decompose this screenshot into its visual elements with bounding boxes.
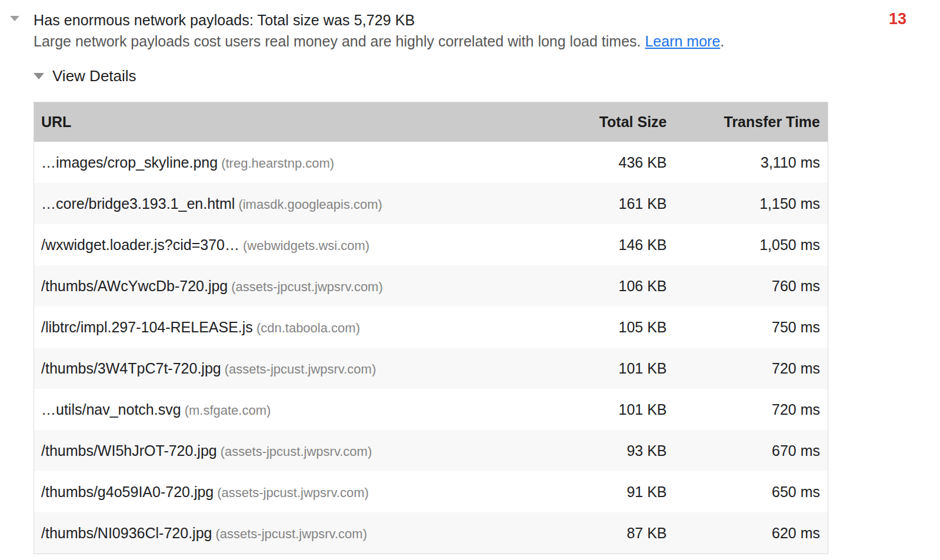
total-size-cell: 101 KB	[557, 348, 675, 389]
table-row: /wxwidget.loader.js?cid=370…(webwidgets.…	[34, 224, 828, 265]
url-path: /thumbs/3W4TpC7t-720.jpg	[41, 360, 221, 376]
url-path: /thumbs/NI0936Cl-720.jpg	[41, 525, 212, 541]
audit-description-text: Large network payloads cost users real m…	[34, 33, 641, 49]
transfer-time-cell: 720 ms	[675, 389, 828, 430]
url-path: /libtrc/impl.297-104-RELEASE.js	[41, 319, 253, 335]
view-details-label: View Details	[52, 67, 136, 85]
url-host: (m.sfgate.com)	[185, 403, 271, 418]
audit-header: Has enormous network payloads: Total siz…	[34, 9, 869, 52]
audit-description: Large network payloads cost users real m…	[34, 31, 869, 52]
network-payloads-table: URL Total Size Transfer Time …images/cro…	[34, 102, 828, 554]
view-details-toggle[interactable]: View Details	[34, 67, 136, 85]
url-host: (assets-jpcust.jwpsrv.com)	[217, 485, 369, 500]
url-cell: …core/bridge3.193.1_en.html(imasdk.googl…	[34, 183, 557, 224]
total-size-cell: 91 KB	[557, 471, 675, 512]
url-path: …images/crop_skyline.png	[41, 154, 218, 171]
url-host: (assets-jpcust.jwpsrv.com)	[221, 444, 372, 459]
collapse-audit-arrow-icon[interactable]	[10, 16, 19, 21]
table-row: …core/bridge3.193.1_en.html(imasdk.googl…	[34, 183, 828, 224]
audit-panel: 13 Has enormous network payloads: Total …	[0, 0, 940, 560]
column-header-transfer-time: Transfer Time	[675, 102, 828, 142]
url-path: /thumbs/g4o59IA0-720.jpg	[41, 484, 214, 500]
chevron-down-icon	[34, 73, 44, 79]
table-row: /libtrc/impl.297-104-RELEASE.js(cdn.tabo…	[34, 306, 828, 348]
column-header-total-size: Total Size	[557, 102, 675, 142]
transfer-time-cell: 720 ms	[675, 348, 828, 389]
transfer-time-cell: 650 ms	[675, 471, 828, 512]
url-host: (webwidgets.wsi.com)	[243, 238, 369, 253]
transfer-time-cell: 1,150 ms	[675, 183, 828, 224]
url-path: /wxwidget.loader.js?cid=370…	[41, 236, 239, 253]
url-cell: /thumbs/g4o59IA0-720.jpg(assets-jpcust.j…	[34, 471, 557, 512]
url-cell: /thumbs/AWcYwcDb-720.jpg(assets-jpcust.j…	[34, 265, 557, 306]
table-row: /thumbs/NI0936Cl-720.jpg(assets-jpcust.j…	[34, 512, 828, 554]
url-cell: /thumbs/WI5hJrOT-720.jpg(assets-jpcust.j…	[34, 430, 557, 471]
table-row: /thumbs/AWcYwcDb-720.jpg(assets-jpcust.j…	[34, 265, 828, 306]
url-host: (imasdk.googleapis.com)	[238, 197, 382, 212]
url-cell: /thumbs/NI0936Cl-720.jpg(assets-jpcust.j…	[34, 512, 557, 554]
table-row: /thumbs/WI5hJrOT-720.jpg(assets-jpcust.j…	[34, 430, 828, 471]
url-cell: …images/crop_skyline.png(treg.hearstnp.c…	[34, 142, 557, 183]
table-row: …utils/nav_notch.svg(m.sfgate.com)101 KB…	[34, 389, 828, 430]
table-row: /thumbs/g4o59IA0-720.jpg(assets-jpcust.j…	[34, 471, 828, 512]
table-row: …images/crop_skyline.png(treg.hearstnp.c…	[34, 142, 828, 183]
total-size-cell: 161 KB	[557, 183, 675, 224]
transfer-time-cell: 750 ms	[675, 306, 828, 348]
total-size-cell: 105 KB	[557, 306, 675, 348]
url-host: (assets-jpcust.jwpsrv.com)	[215, 526, 367, 541]
url-cell: /wxwidget.loader.js?cid=370…(webwidgets.…	[34, 224, 557, 265]
audit-description-period: .	[720, 33, 724, 49]
transfer-time-cell: 1,050 ms	[675, 224, 828, 265]
url-path: …utils/nav_notch.svg	[41, 401, 181, 418]
learn-more-link[interactable]: Learn more	[645, 33, 720, 49]
url-host: (treg.hearstnp.com)	[221, 156, 334, 171]
total-size-cell: 146 KB	[557, 224, 675, 265]
url-cell: …utils/nav_notch.svg(m.sfgate.com)	[34, 389, 557, 430]
failing-items-count-badge: 13	[889, 10, 906, 28]
url-path: /thumbs/WI5hJrOT-720.jpg	[41, 442, 217, 459]
total-size-cell: 436 KB	[557, 142, 675, 183]
table-header-row: URL Total Size Transfer Time	[34, 102, 828, 142]
url-path: …core/bridge3.193.1_en.html	[41, 195, 235, 212]
audit-title: Has enormous network payloads: Total siz…	[34, 9, 869, 31]
url-host: (assets-jpcust.jwpsrv.com)	[231, 279, 383, 294]
url-host: (cdn.taboola.com)	[256, 321, 360, 335]
total-size-cell: 106 KB	[557, 265, 675, 306]
url-cell: /libtrc/impl.297-104-RELEASE.js(cdn.tabo…	[34, 306, 557, 348]
table-row: /thumbs/3W4TpC7t-720.jpg(assets-jpcust.j…	[34, 348, 828, 389]
transfer-time-cell: 670 ms	[675, 430, 828, 471]
transfer-time-cell: 760 ms	[675, 265, 828, 306]
transfer-time-cell: 620 ms	[675, 512, 828, 554]
total-size-cell: 101 KB	[557, 389, 675, 430]
transfer-time-cell: 3,110 ms	[675, 142, 828, 183]
url-host: (assets-jpcust.jwpsrv.com)	[225, 362, 376, 376]
column-header-url: URL	[34, 102, 557, 142]
url-path: /thumbs/AWcYwcDb-720.jpg	[41, 278, 228, 294]
total-size-cell: 93 KB	[557, 430, 675, 471]
total-size-cell: 87 KB	[557, 512, 675, 554]
url-cell: /thumbs/3W4TpC7t-720.jpg(assets-jpcust.j…	[34, 348, 557, 389]
